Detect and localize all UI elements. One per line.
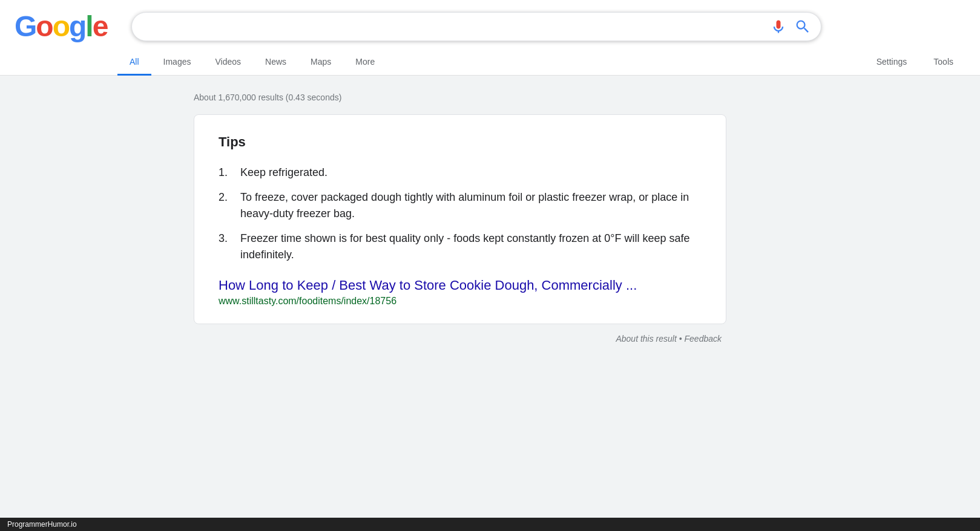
logo-e: e xyxy=(93,10,108,43)
tab-news[interactable]: News xyxy=(253,50,298,76)
list-item: Freezer time shown is for best quality o… xyxy=(219,230,702,263)
logo-g: G xyxy=(15,10,36,43)
snippet-url: www.stilltasty.com/fooditems/index/18756 xyxy=(219,296,702,307)
tab-maps[interactable]: Maps xyxy=(298,50,343,76)
logo-o2: o xyxy=(53,10,69,43)
logo-g2: g xyxy=(69,10,85,43)
search-icon[interactable] xyxy=(794,18,811,35)
tab-all[interactable]: All xyxy=(117,50,151,76)
microphone-icon[interactable] xyxy=(770,18,787,35)
search-icons xyxy=(770,18,811,35)
tab-more[interactable]: More xyxy=(343,50,387,76)
search-input[interactable]: store cookie indefinitely xyxy=(142,19,770,33)
nav-tabs: All Images Videos News Maps More Setting… xyxy=(117,49,965,75)
footer-text: ProgrammerHumor.io xyxy=(7,520,77,529)
main-content: About 1,670,000 results (0.43 seconds) T… xyxy=(0,76,726,344)
snippet-title: Tips xyxy=(219,134,702,150)
logo-l: l xyxy=(85,10,92,43)
tab-settings[interactable]: Settings xyxy=(864,50,919,76)
result-footer: About this result • Feedback xyxy=(194,334,726,344)
results-info: About 1,670,000 results (0.43 seconds) xyxy=(194,88,726,102)
logo-o1: o xyxy=(36,10,52,43)
search-box: store cookie indefinitely xyxy=(131,12,821,41)
nav-right: Settings Tools xyxy=(864,49,965,75)
tab-tools[interactable]: Tools xyxy=(921,50,965,76)
google-logo[interactable]: Google xyxy=(15,10,107,43)
footer-bar: ProgrammerHumor.io xyxy=(0,518,980,531)
header: Google store cookie indefinitely All Ima… xyxy=(0,0,980,76)
tab-images[interactable]: Images xyxy=(151,50,203,76)
tab-videos[interactable]: Videos xyxy=(203,50,253,76)
snippet-list: Keep refrigerated. To freeze, cover pack… xyxy=(219,165,702,263)
featured-snippet: Tips Keep refrigerated. To freeze, cover… xyxy=(194,114,726,324)
snippet-link: How Long to Keep / Best Way to Store Coo… xyxy=(219,278,702,307)
list-item: To freeze, cover packaged dough tightly … xyxy=(219,189,702,222)
list-item: Keep refrigerated. xyxy=(219,165,702,181)
snippet-result-link[interactable]: How Long to Keep / Best Way to Store Coo… xyxy=(219,278,702,293)
header-top: Google store cookie indefinitely xyxy=(15,10,965,43)
